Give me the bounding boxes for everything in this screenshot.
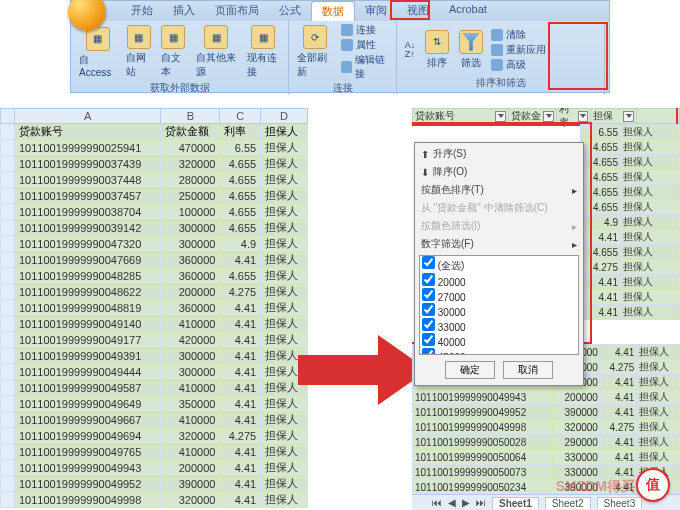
table-row[interactable]: 4.655担保人 bbox=[581, 155, 680, 170]
table-row[interactable]: 101100199999900476693600004.41担保人 bbox=[1, 252, 308, 268]
left-table[interactable]: ABCD贷款账号贷款金额利率担保人10110019999990025941470… bbox=[0, 108, 308, 508]
sort-by-color[interactable]: 按颜色排序(T)▸ bbox=[417, 181, 581, 199]
conn-连接[interactable]: 连接 bbox=[339, 23, 392, 37]
table-row[interactable]: 4.41担保人 bbox=[581, 230, 680, 245]
number-filter[interactable]: 数字筛选(F)▸ bbox=[417, 235, 581, 253]
table-row[interactable]: 101100199999900499983200004.275担保人 bbox=[413, 420, 680, 435]
table-row[interactable]: 4.655担保人 bbox=[581, 185, 680, 200]
conn-属性[interactable]: 属性 bbox=[339, 38, 392, 52]
table-row[interactable]: 4.655担保人 bbox=[581, 170, 680, 185]
table-row[interactable]: 101100199999900497654100004.41担保人 bbox=[1, 444, 308, 460]
table-row[interactable]: 101100199999900499432000004.41担保人 bbox=[1, 460, 308, 476]
tab-开始[interactable]: 开始 bbox=[121, 1, 163, 21]
tab-页面布局[interactable]: 页面布局 bbox=[205, 1, 269, 21]
table-row[interactable]: 101100199999900473203000004.9担保人 bbox=[1, 236, 308, 252]
table-row[interactable]: 101100199999900374572500004.655担保人 bbox=[1, 188, 308, 204]
filter-option[interactable]: 27000 bbox=[420, 288, 578, 303]
filter-header[interactable]: 贷款账号 bbox=[413, 109, 509, 123]
table-row[interactable]: 4.655担保人 bbox=[581, 200, 680, 215]
dropdown-icon[interactable] bbox=[495, 111, 506, 122]
table-row[interactable]: 101100199999900259414700006.55担保人 bbox=[1, 140, 308, 156]
sf-重新应用[interactable]: 重新应用 bbox=[489, 43, 548, 57]
table-row[interactable]: 4.41担保人 bbox=[581, 290, 680, 305]
table-row[interactable]: 4.41担保人 bbox=[581, 305, 680, 320]
table-row[interactable]: 101100199999900494443000004.41担保人 bbox=[1, 364, 308, 380]
dropdown-icon[interactable] bbox=[623, 111, 634, 122]
table-row[interactable]: 101100199999900391423000004.655担保人 bbox=[1, 220, 308, 236]
filter-option[interactable]: 40000 bbox=[420, 333, 578, 348]
col-header[interactable]: A bbox=[15, 109, 161, 124]
filter-header[interactable]: 担保 bbox=[591, 109, 637, 123]
table-row[interactable]: 101100199999900482853600004.655担保人 bbox=[1, 268, 308, 284]
table-row[interactable]: 101100199999900491404100004.41担保人 bbox=[1, 316, 308, 332]
filter-option[interactable]: 33000 bbox=[420, 318, 578, 333]
filter-checklist[interactable]: (全选) 20000 27000 30000 33000 40000 45000… bbox=[419, 255, 579, 355]
table-row[interactable]: 101100199999900488193600004.41担保人 bbox=[1, 300, 308, 316]
tab-数据[interactable]: 数据 bbox=[311, 1, 355, 21]
sort-desc[interactable]: ⬇降序(O) bbox=[417, 163, 581, 181]
table-row[interactable]: 101100199999900496674100004.41担保人 bbox=[1, 412, 308, 428]
checkbox[interactable] bbox=[422, 288, 435, 301]
filter-option[interactable]: 20000 bbox=[420, 273, 578, 288]
nav-prev-icon[interactable]: ◀ bbox=[448, 497, 456, 508]
nav-first-icon[interactable]: ⏮ bbox=[432, 497, 442, 508]
filter-button[interactable]: 筛选 bbox=[455, 28, 487, 72]
nav-next-icon[interactable]: ▶ bbox=[462, 497, 470, 508]
filter-option[interactable]: 30000 bbox=[420, 303, 578, 318]
table-row[interactable]: 4.655担保人 bbox=[581, 245, 680, 260]
sf-高级[interactable]: 高级 bbox=[489, 58, 548, 72]
ext-自其他来源[interactable]: ▦自其他来源 bbox=[192, 23, 241, 81]
tab-视图[interactable]: 视图 bbox=[397, 1, 439, 21]
sheet-tab[interactable]: Sheet1 bbox=[492, 497, 539, 509]
table-row[interactable]: 101100199999900491774200004.41担保人 bbox=[1, 332, 308, 348]
tab-插入[interactable]: 插入 bbox=[163, 1, 205, 21]
table-row[interactable]: 4.9担保人 bbox=[581, 215, 680, 230]
table-row[interactable]: 101100199999900496493500004.41担保人 bbox=[1, 396, 308, 412]
sf-清除[interactable]: 清除 bbox=[489, 28, 548, 42]
table-header[interactable]: 担保人 bbox=[261, 124, 308, 140]
col-header[interactable]: C bbox=[220, 109, 261, 124]
filter-option[interactable]: (全选) bbox=[420, 256, 578, 273]
checkbox[interactable] bbox=[422, 348, 435, 355]
table-header[interactable]: 贷款账号 bbox=[15, 124, 161, 140]
table-row[interactable]: 101100199999900499523900004.41担保人 bbox=[1, 476, 308, 492]
table-row[interactable]: 101100199999900499523900004.41担保人 bbox=[413, 405, 680, 420]
refresh-all-button[interactable]: ⟳ 全部刷新 bbox=[293, 23, 337, 81]
checkbox[interactable] bbox=[422, 303, 435, 316]
nav-last-icon[interactable]: ⏭ bbox=[476, 497, 486, 508]
checkbox[interactable] bbox=[422, 318, 435, 331]
conn-编辑链接[interactable]: 编辑链接 bbox=[339, 53, 392, 81]
sort-az-button[interactable]: A↓Z↑ bbox=[401, 39, 419, 61]
table-row[interactable]: 4.655担保人 bbox=[581, 140, 680, 155]
sheet-tab[interactable]: Sheet2 bbox=[545, 497, 591, 509]
table-row[interactable]: 101100199999900374482800004.655担保人 bbox=[1, 172, 308, 188]
dropdown-icon[interactable] bbox=[578, 111, 588, 122]
ext-自网站[interactable]: ▦自网站 bbox=[122, 23, 155, 81]
filter-header[interactable]: 贷款金 bbox=[509, 109, 557, 123]
sort-button[interactable]: ⇅ 排序 bbox=[421, 28, 453, 72]
ext-自文本[interactable]: ▦自文本 bbox=[157, 23, 190, 81]
checkbox[interactable] bbox=[422, 273, 435, 286]
table-row[interactable]: 4.275担保人 bbox=[581, 260, 680, 275]
ext-自 Access[interactable]: ▦自 Access bbox=[75, 25, 120, 80]
table-row[interactable]: 101100199999900500282900004.41担保人 bbox=[413, 435, 680, 450]
tab-公式[interactable]: 公式 bbox=[269, 1, 311, 21]
col-header[interactable]: B bbox=[161, 109, 220, 124]
dropdown-icon[interactable] bbox=[543, 111, 554, 122]
sheet-tab[interactable]: Sheet3 bbox=[597, 497, 643, 509]
tab-审阅[interactable]: 审阅 bbox=[355, 1, 397, 21]
table-row[interactable]: 101100199999900499432000004.41担保人 bbox=[413, 390, 680, 405]
table-row[interactable]: 101100199999900496943200004.275担保人 bbox=[1, 428, 308, 444]
table-row[interactable]: 6.55担保人 bbox=[581, 125, 680, 140]
right-table-upper[interactable]: 6.55担保人4.655担保人4.655担保人4.655担保人4.655担保人4… bbox=[580, 124, 680, 320]
ok-button[interactable]: 确定 bbox=[445, 361, 495, 379]
ext-现有连接[interactable]: ▦现有连接 bbox=[243, 23, 284, 81]
cancel-button[interactable]: 取消 bbox=[503, 361, 553, 379]
table-row[interactable]: 101100199999900374393200004.655担保人 bbox=[1, 156, 308, 172]
table-row[interactable]: 101100199999900500643300004.41担保人 bbox=[413, 450, 680, 465]
table-row[interactable]: 101100199999900486222000004.275担保人 bbox=[1, 284, 308, 300]
table-row[interactable]: 101100199999900499983200004.41担保人 bbox=[1, 492, 308, 508]
filter-option[interactable]: 45000 bbox=[420, 348, 578, 355]
table-header[interactable]: 贷款金额 bbox=[161, 124, 220, 140]
table-header[interactable]: 利率 bbox=[220, 124, 261, 140]
